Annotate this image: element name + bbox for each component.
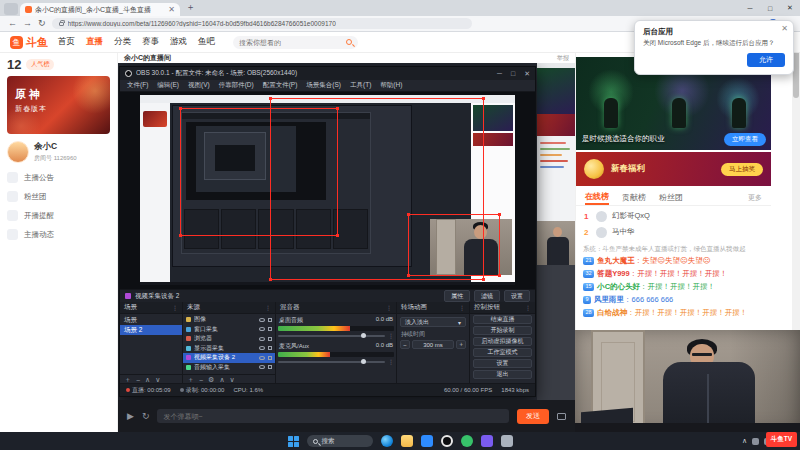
- source-item[interactable]: 图像: [183, 315, 275, 325]
- visibility-eye-icon[interactable]: [259, 356, 265, 360]
- search-input[interactable]: [239, 39, 342, 46]
- scene-item-selected[interactable]: 场景 2: [120, 325, 182, 335]
- source-item[interactable]: 浏览器: [183, 334, 275, 344]
- taskbar-search[interactable]: 搜索: [307, 435, 373, 447]
- video-stream[interactable]: OBS 30.0.1 - 配置文件: 未命名 - 场景: OBS(2560x14…: [118, 63, 575, 400]
- volume-slider[interactable]: [278, 335, 385, 337]
- stop-streaming-button[interactable]: 结束直播: [473, 315, 532, 324]
- network-icon[interactable]: [752, 438, 759, 445]
- visibility-eye-icon[interactable]: [259, 337, 265, 341]
- obs-minimize-icon[interactable]: ─: [497, 70, 502, 77]
- lock-icon[interactable]: [268, 318, 272, 322]
- rank-row[interactable]: 1 幻影哥QxQ: [584, 208, 763, 224]
- ad-cta-button[interactable]: 立即查看: [724, 133, 766, 146]
- obs-preview[interactable]: [120, 92, 535, 289]
- source-properties-button[interactable]: 属性: [444, 290, 470, 302]
- visibility-eye-icon[interactable]: [259, 327, 265, 331]
- obs-menu-file[interactable]: 文件(F): [127, 81, 148, 90]
- source-item[interactable]: 窗口采集: [183, 325, 275, 335]
- obs-menu-help[interactable]: 帮助(H): [380, 81, 402, 90]
- transition-select[interactable]: 淡入淡出 ▾: [400, 317, 466, 327]
- tab-actions-button[interactable]: [4, 3, 18, 15]
- douyu-logo[interactable]: 鱼 斗鱼: [10, 35, 48, 50]
- new-tab-button[interactable]: ＋: [186, 1, 195, 14]
- obs-menu-edit[interactable]: 编辑(E): [157, 81, 179, 90]
- exit-button[interactable]: 退出: [473, 370, 532, 379]
- taskbar-video-icon[interactable]: [481, 435, 493, 447]
- taskbar-explorer-icon[interactable]: [401, 435, 413, 447]
- forward-icon[interactable]: →: [23, 19, 32, 28]
- source-selection-rect-webcam[interactable]: [408, 214, 500, 276]
- tab-fan-club[interactable]: 粉丝团: [659, 192, 683, 203]
- search-icon[interactable]: [346, 39, 352, 45]
- tab-close-icon[interactable]: ✕: [168, 5, 175, 14]
- danmu-input[interactable]: [157, 409, 509, 423]
- dock-menu-icon[interactable]: ⋮: [265, 304, 271, 311]
- nav-games[interactable]: 游戏: [170, 36, 187, 48]
- channel-menu-icon[interactable]: ⋮: [388, 358, 394, 365]
- notification-close-icon[interactable]: ✕: [781, 24, 788, 33]
- window-minimize-button[interactable]: ─: [740, 5, 760, 12]
- source-selection-rect[interactable]: [180, 108, 338, 236]
- send-danmu-button[interactable]: 发送: [517, 409, 549, 424]
- start-recording-button[interactable]: 开始录制: [473, 326, 532, 335]
- back-icon[interactable]: ←: [8, 19, 17, 28]
- dock-menu-icon[interactable]: ⋮: [172, 304, 178, 311]
- fullscreen-icon[interactable]: [557, 413, 566, 420]
- start-button[interactable]: [288, 436, 299, 447]
- notification-allow-button[interactable]: 允许: [747, 53, 785, 67]
- lock-icon[interactable]: [268, 365, 272, 369]
- tabs-more-link[interactable]: 更多: [748, 193, 762, 203]
- source-filters-button[interactable]: 滤镜: [474, 290, 500, 302]
- tray-expand-icon[interactable]: ∧: [742, 437, 747, 445]
- obs-menu-tools[interactable]: 工具(T): [350, 81, 371, 90]
- address-bar[interactable]: https://www.douyu.com/beta/1126960?dyshi…: [52, 18, 472, 29]
- streamer-avatar[interactable]: [7, 141, 29, 163]
- rail-item-fanclub[interactable]: 粉丝团: [7, 191, 110, 202]
- rail-item-feed[interactable]: 主播动态: [7, 229, 110, 240]
- settings-button[interactable]: 设置: [473, 359, 532, 368]
- taskbar-store-icon[interactable]: [421, 435, 433, 447]
- browser-tab[interactable]: 余小C的直播间_余小C直播_斗鱼直播 ✕: [20, 3, 180, 16]
- taskbar-settings-icon[interactable]: [501, 435, 513, 447]
- lock-icon[interactable]: [268, 356, 272, 360]
- promo-banner-genshin[interactable]: 原神 新春版本: [7, 76, 110, 134]
- nav-live[interactable]: 直播: [86, 36, 103, 48]
- window-maximize-button[interactable]: □: [760, 5, 780, 12]
- volume-slider[interactable]: [278, 361, 385, 363]
- nav-esports[interactable]: 赛事: [142, 36, 159, 48]
- taskbar-chat-icon[interactable]: [461, 435, 473, 447]
- refresh-stream-icon[interactable]: ↻: [142, 411, 150, 421]
- ad-banner-sub[interactable]: 新春福利 马上抽奖: [576, 152, 771, 186]
- duration-field[interactable]: 300 ms: [412, 340, 454, 349]
- visibility-eye-icon[interactable]: [259, 365, 265, 369]
- scene-item[interactable]: 场景: [120, 315, 182, 325]
- taskbar-edge-icon[interactable]: [381, 435, 393, 447]
- source-item-selected[interactable]: 视频采集设备 2: [183, 353, 275, 363]
- tab-online-rank[interactable]: 在线榜: [585, 191, 609, 205]
- window-close-button[interactable]: ✕: [780, 4, 800, 12]
- rail-item-announcement[interactable]: 主播公告: [7, 172, 110, 183]
- source-item[interactable]: 音频输入采集: [183, 363, 275, 373]
- obs-menu-profile[interactable]: 配置文件(P): [263, 81, 298, 90]
- taskbar-obs-icon[interactable]: [441, 435, 453, 447]
- duration-minus-button[interactable]: −: [400, 340, 410, 349]
- nav-yuba[interactable]: 鱼吧: [198, 36, 215, 48]
- channel-menu-icon[interactable]: ⋮: [388, 332, 394, 339]
- rank-row[interactable]: 2 马中华: [584, 224, 763, 240]
- dock-menu-icon[interactable]: ⋮: [459, 304, 465, 311]
- lock-icon[interactable]: [268, 327, 272, 331]
- lock-icon[interactable]: [268, 346, 272, 350]
- virtual-camera-button[interactable]: 启动虚拟摄像机: [473, 337, 532, 346]
- nav-categories[interactable]: 分类: [114, 36, 131, 48]
- source-settings-button[interactable]: 设置: [504, 290, 530, 302]
- obs-menu-scene-collection[interactable]: 场景集合(S): [306, 81, 341, 90]
- report-link[interactable]: 举报: [557, 54, 569, 63]
- obs-close-icon[interactable]: ✕: [524, 70, 530, 78]
- visibility-eye-icon[interactable]: [259, 346, 265, 350]
- visibility-eye-icon[interactable]: [259, 318, 265, 322]
- site-search[interactable]: [233, 36, 358, 49]
- duration-plus-button[interactable]: ＋: [456, 340, 466, 349]
- refresh-icon[interactable]: ↻: [38, 19, 46, 28]
- streamer-card[interactable]: 余小C 房间号 1126960: [7, 141, 110, 163]
